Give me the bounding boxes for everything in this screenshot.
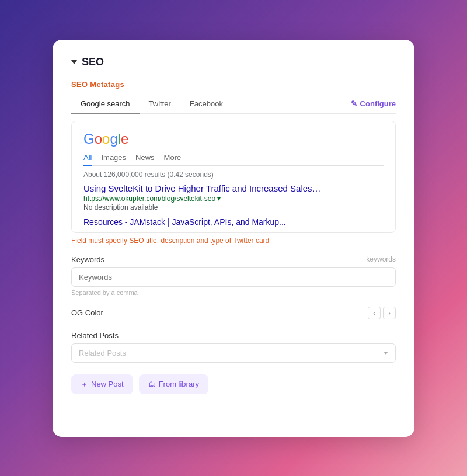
google-nav: All Images News More [83, 153, 384, 166]
google-preview: Google All Images News More About 126,00… [71, 121, 396, 233]
tabs-row: Google search Twitter Facebook ✎ Configu… [71, 95, 396, 114]
configure-icon: ✎ [351, 99, 357, 108]
seo-card: SEO SEO Metatags Google search Twitter F… [53, 40, 414, 437]
actions-row: ＋ New Post 🗂 From library [71, 374, 396, 394]
og-color-down-button[interactable]: › [383, 307, 396, 319]
tab-facebook[interactable]: Facebook [180, 95, 232, 114]
library-icon: 🗂 [148, 380, 156, 388]
result1-desc: No description available [83, 203, 384, 211]
og-color-label: OG Color [71, 308, 103, 317]
configure-button[interactable]: ✎ Configure [351, 99, 396, 108]
keywords-note: Separated by a comma [71, 289, 396, 296]
result1-title[interactable]: Using SvelteKit to Drive Higher Traffic … [83, 183, 321, 193]
new-post-button[interactable]: ＋ New Post [71, 374, 133, 394]
related-posts-label: Related Posts [71, 331, 396, 340]
results-count: About 126,000,000 results (0.42 seconds) [83, 171, 384, 179]
seo-metatags-label: SEO Metatags [71, 80, 396, 89]
from-library-button[interactable]: 🗂 From library [139, 374, 208, 394]
error-message: Field must specify SEO title, descriptio… [71, 237, 396, 245]
google-nav-more: More [164, 153, 182, 162]
google-nav-images: Images [101, 153, 126, 162]
tabs-area: Google search Twitter Facebook [71, 95, 351, 113]
new-post-label: New Post [91, 380, 124, 388]
tab-google-search[interactable]: Google search [71, 95, 140, 114]
og-color-row: OG Color ‹ › [71, 307, 396, 319]
chevron-down-icon [71, 60, 77, 64]
keywords-input[interactable] [71, 267, 396, 287]
related-posts-input-row[interactable]: Related Posts [71, 343, 396, 363]
google-logo: Google [83, 131, 384, 147]
google-logo-g: G [83, 131, 95, 147]
google-nav-news: News [135, 153, 155, 162]
from-library-label: From library [159, 380, 199, 388]
result2-title: Resources - JAMstack | JavaScript, APIs,… [83, 217, 384, 227]
google-nav-all: All [83, 153, 92, 166]
configure-label: Configure [360, 99, 396, 108]
og-color-arrows: ‹ › [368, 307, 396, 319]
section-title-label: SEO [82, 56, 104, 68]
result1-url: https://www.okupter.com/blog/sveltekit-s… [83, 194, 384, 203]
keywords-row: Keywords keywords [71, 255, 396, 264]
new-post-icon: ＋ [81, 379, 88, 390]
keywords-hint: keywords [366, 255, 396, 263]
keywords-label: Keywords [71, 255, 104, 264]
section-title: SEO [71, 56, 396, 68]
related-posts-chevron-icon [384, 352, 388, 355]
related-posts-section: Related Posts Related Posts [71, 331, 396, 363]
keywords-section: Keywords keywords Separated by a comma [71, 255, 396, 296]
related-posts-placeholder: Related Posts [79, 349, 126, 357]
tab-twitter[interactable]: Twitter [140, 95, 180, 114]
og-color-up-button[interactable]: ‹ [368, 307, 381, 319]
